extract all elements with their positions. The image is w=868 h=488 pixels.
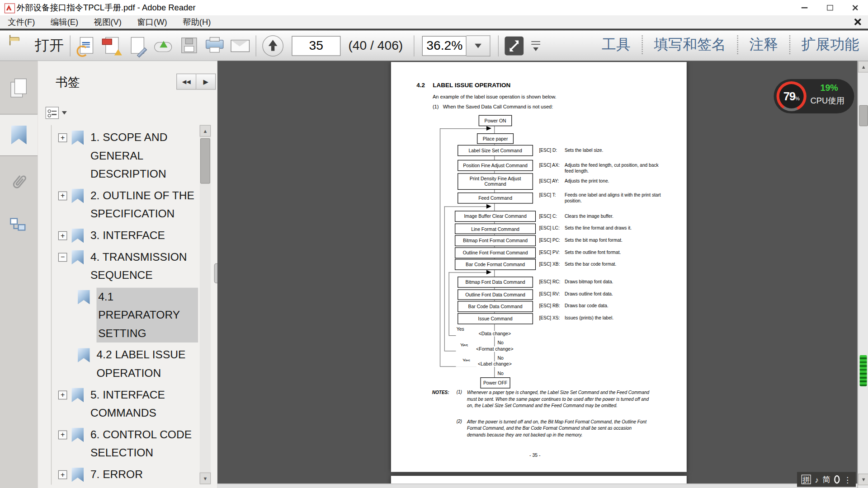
- restore-button[interactable]: [817, 0, 842, 15]
- bookmark-label[interactable]: 1. SCOPE AND GENERAL DESCRIPTION: [90, 128, 199, 183]
- bookmark-ribbon-icon: [71, 229, 84, 243]
- create-pdf-button[interactable]: [99, 33, 125, 58]
- flow-arrow: [486, 126, 491, 131]
- save-button[interactable]: [176, 33, 201, 58]
- open-button[interactable]: 打开: [7, 33, 66, 58]
- expander-icon[interactable]: +: [58, 431, 67, 440]
- ime-simplified-icon[interactable]: 简: [822, 474, 830, 484]
- bookmarks-tab[interactable]: [0, 114, 38, 156]
- expand-button[interactable]: ▶: [196, 74, 216, 90]
- open-label: 打开: [35, 36, 64, 56]
- menu-help[interactable]: 帮助(H): [175, 15, 219, 28]
- esc-annotation: [ESC] AY:Adjusts the print tone.: [539, 178, 670, 184]
- toolbar-separator: [414, 35, 415, 56]
- panel-scrollbar[interactable]: ▲ ▼: [200, 125, 211, 485]
- flow-line: [440, 128, 490, 129]
- bookmark-item[interactable]: − 4. TRANSMISSION SEQUENCE: [52, 248, 200, 285]
- bookmark-label[interactable]: 4. TRANSMISSION SEQUENCE: [90, 248, 199, 285]
- bookmark-label[interactable]: 2. OUTLINE OF THE SPECIFICATION: [90, 187, 199, 223]
- cloud-upload-button[interactable]: [150, 33, 175, 58]
- extended-features-button[interactable]: 扩展功能: [796, 35, 865, 54]
- bookmark-item[interactable]: + 2. OUTLINE OF THE SPECIFICATION: [52, 187, 200, 223]
- flow-line: [444, 206, 490, 207]
- minimize-button[interactable]: [792, 0, 817, 15]
- print-icon: [206, 40, 223, 49]
- ime-toolbar[interactable]: 拼 ♪ 简 ⋮: [797, 472, 856, 487]
- scrollbar-thumb[interactable]: [200, 138, 210, 183]
- email-icon: [231, 40, 250, 52]
- bookmark-label[interactable]: 4.1 PREPARATORY SETTING: [96, 288, 198, 343]
- flow-box: Print Density Fine Adjust Command: [458, 173, 533, 190]
- decision-no: No: [497, 355, 503, 361]
- flow-box: Position Fine Adjust Command: [458, 160, 533, 171]
- star-icon: [114, 49, 122, 55]
- scroll-down-button[interactable]: ▼: [858, 474, 868, 485]
- ime-pinyin-icon[interactable]: 拼: [802, 475, 811, 484]
- expander-icon[interactable]: +: [58, 192, 67, 201]
- bookmark-item[interactable]: + 1. SCOPE AND GENERAL DESCRIPTION: [52, 128, 200, 183]
- bookmark-ribbon-icon: [71, 428, 84, 442]
- expander-icon[interactable]: −: [58, 253, 67, 262]
- chevron-down-icon: [475, 43, 482, 48]
- previous-view-button[interactable]: [259, 33, 286, 58]
- vertical-scrollbar[interactable]: ▲ ▼: [858, 61, 868, 488]
- scroll-up-button[interactable]: ▲: [200, 125, 211, 137]
- layers-tab[interactable]: [0, 205, 38, 246]
- bookmark-item[interactable]: 4.2 LABEL ISSUE OPERATION: [52, 346, 200, 382]
- esc-annotation: [ESC] AX:Adjusts the feed length, cut po…: [539, 162, 670, 174]
- zoom-level-input[interactable]: [422, 36, 467, 56]
- print-button[interactable]: [201, 33, 226, 58]
- bookmark-label[interactable]: 3. INTERFACE: [90, 226, 165, 244]
- paperclip-icon: [9, 172, 28, 193]
- tools-button[interactable]: 工具: [596, 35, 636, 54]
- view-options-button[interactable]: [527, 33, 547, 58]
- close-button[interactable]: [843, 0, 868, 15]
- bookmark-item[interactable]: + 5. INTERFACE COMMANDS: [52, 385, 200, 422]
- bookmark-label[interactable]: 4.2 LABEL ISSUE OPERATION: [96, 346, 196, 382]
- fill-sign-button[interactable]: 填写和签名: [648, 35, 731, 54]
- ime-settings-icon[interactable]: [834, 475, 840, 483]
- close-document-icon[interactable]: [853, 18, 861, 26]
- scroll-down-button[interactable]: ▼: [200, 473, 211, 484]
- esc-annotation: [ESC] T:Feeds one label and aligns it wi…: [539, 192, 670, 204]
- zoom-dropdown-button[interactable]: [467, 35, 491, 56]
- bookmark-item-selected[interactable]: 4.1 PREPARATORY SETTING: [52, 288, 200, 343]
- scrollbar-thumb[interactable]: [859, 105, 868, 127]
- scroll-up-button[interactable]: ▲: [858, 61, 868, 73]
- ime-sound-icon[interactable]: ♪: [815, 475, 819, 484]
- menu-edit[interactable]: 编辑(E): [43, 15, 86, 28]
- bookmark-label[interactable]: 5. INTERFACE COMMANDS: [90, 385, 199, 422]
- expander-icon[interactable]: +: [58, 231, 67, 240]
- bookmark-label[interactable]: 7. ERROR: [90, 465, 143, 483]
- collapse-all-button[interactable]: ◀◀: [176, 74, 196, 90]
- menu-file[interactable]: 文件(F): [0, 15, 43, 28]
- document-area: 4.2LABEL ISSUE OPERATION An example of t…: [217, 61, 858, 488]
- dotted-separator: [737, 35, 738, 54]
- bookmark-item[interactable]: + 7. ERROR: [52, 465, 200, 483]
- comment-button[interactable]: 注释: [744, 35, 783, 54]
- panel-title: 书签: [56, 74, 80, 91]
- bookmark-label[interactable]: 6. CONTROL CODE SELECTION: [90, 426, 199, 462]
- page-thumbnails-tab[interactable]: [0, 67, 38, 108]
- esc-annotation: [ESC] RV:Draws outline font data.: [539, 291, 670, 297]
- sign-button[interactable]: [125, 33, 150, 58]
- bookmark-item[interactable]: + 3. INTERFACE: [52, 226, 200, 244]
- expander-icon[interactable]: +: [58, 133, 67, 142]
- menu-window[interactable]: 窗口(W): [129, 15, 175, 28]
- attachments-tab[interactable]: [0, 162, 38, 203]
- cpu-usage-widget[interactable]: 79% 19% CPU使用: [774, 79, 854, 113]
- export-pdf-button[interactable]: [74, 33, 99, 58]
- ime-menu-icon[interactable]: ⋮: [844, 475, 851, 484]
- bookmark-item[interactable]: + 6. CONTROL CODE SELECTION: [52, 426, 200, 462]
- horizontal-scrollbar[interactable]: [217, 483, 858, 488]
- menu-view[interactable]: 视图(V): [86, 15, 129, 28]
- fit-window-button[interactable]: [502, 33, 527, 58]
- page-number-input[interactable]: [292, 36, 340, 56]
- expander-icon[interactable]: +: [58, 470, 67, 479]
- esc-annotation: [ESC] XS:Issues (prints) the label.: [539, 315, 670, 321]
- close-icon: [852, 5, 859, 11]
- bookmark-options-button[interactable]: [46, 105, 70, 120]
- email-button[interactable]: [227, 33, 252, 58]
- flow-box: Bitmap Font Data Command: [458, 277, 533, 287]
- expander-icon[interactable]: +: [58, 390, 67, 399]
